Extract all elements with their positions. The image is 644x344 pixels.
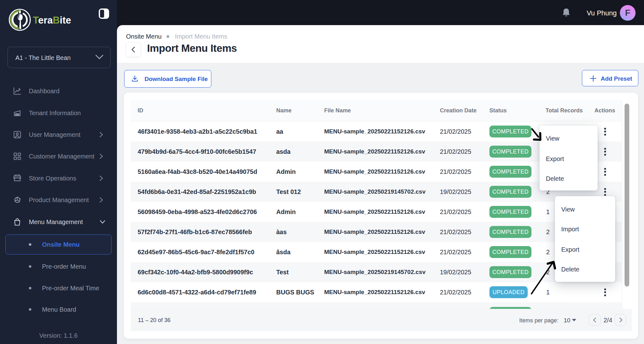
svg-text:TeraBite: TeraBite <box>33 15 71 26</box>
